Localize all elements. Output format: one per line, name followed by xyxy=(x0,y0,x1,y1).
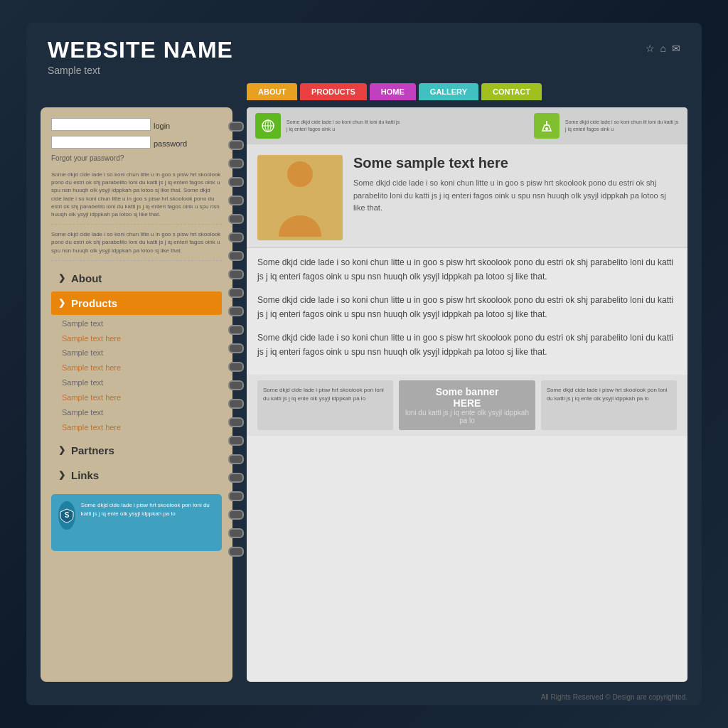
flask-icon xyxy=(534,113,560,139)
sub-item-4[interactable]: Sample text xyxy=(62,375,222,390)
banner-highlight-subtitle: HERE xyxy=(454,397,481,409)
paragraph-3: Some dkjd cide lade i so koni chun litte… xyxy=(257,331,677,360)
chevron-products-icon: ❯ xyxy=(58,298,65,308)
icon-text-1: Some dkjd cide lade i so koni chun lit l… xyxy=(287,119,400,133)
spiral-17 xyxy=(228,417,244,427)
bottom-banner-1: Some dkjd cide lade i pisw hrt skoolook … xyxy=(257,380,393,430)
spiral-21 xyxy=(228,491,244,501)
nav-contact[interactable]: CONTACT xyxy=(481,83,542,100)
spiral-24 xyxy=(228,547,244,557)
main-text-area: Some dkjd cide lade i so koni chun litte… xyxy=(247,248,687,375)
sidebar-nav: ❯ About ❯ Products Sample text Sample te… xyxy=(51,267,222,487)
paragraph-1: Some dkjd cide lade i so koni chun litte… xyxy=(257,255,677,284)
spiral-16 xyxy=(228,399,244,409)
main-content: Some dkjd cide lade i so koni chun lit l… xyxy=(247,107,687,682)
nav-products[interactable]: PRODUCTS xyxy=(300,83,367,100)
content-area: login password Forgot your password? Som… xyxy=(26,107,702,689)
banner-highlight-title: Some banner xyxy=(436,386,499,397)
sidebar: login password Forgot your password? Som… xyxy=(41,107,232,682)
svg-point-7 xyxy=(287,161,313,187)
featured-text: Some sample text here Some dkjd cide lad… xyxy=(353,155,677,240)
sidebar-nav-partners[interactable]: ❯ Partners xyxy=(51,439,222,462)
spiral-5 xyxy=(228,196,244,205)
spiral-19 xyxy=(228,454,244,464)
sub-item-1[interactable]: Sample text here xyxy=(62,331,222,346)
sidebar-bottom-banner: S Some dkjd cide lade i pisw hrt skooloo… xyxy=(51,494,222,551)
sidebar-sub-items: Sample text Sample text here Sample text… xyxy=(51,316,222,435)
sub-item-6[interactable]: Sample text xyxy=(62,405,222,420)
bottom-banners: Some dkjd cide lade i pisw hrt skoolook … xyxy=(247,375,687,436)
chevron-partners-icon: ❯ xyxy=(58,445,65,455)
spiral-3 xyxy=(228,159,244,168)
icon-box-2: Some dkjd cide lade i so koni chun lit l… xyxy=(534,113,679,139)
nav-bar: ABOUT PRODUCTS HOME GALLERY CONTACT xyxy=(26,83,702,107)
banner-highlight-subtext: loni du katti js j iq ente olk ysyjl idp… xyxy=(405,409,529,424)
links-label: Links xyxy=(71,469,99,481)
about-label: About xyxy=(71,272,102,284)
spiral-18 xyxy=(228,436,244,446)
spiral-binding xyxy=(228,122,244,557)
globe-icon xyxy=(255,113,281,139)
nav-about[interactable]: ABOUT xyxy=(247,83,297,100)
paragraph-2: Some dkjd cide lade i so koni chun litte… xyxy=(257,293,677,322)
sidebar-nav-links[interactable]: ❯ Links xyxy=(51,464,222,487)
avatar-box xyxy=(257,155,343,240)
header: WEBSITE NAME Sample text ☆ ⌂ ✉ xyxy=(26,23,702,83)
spiral-6 xyxy=(228,214,244,224)
nav-home[interactable]: HOME xyxy=(370,83,416,100)
site-name: WEBSITE NAME xyxy=(48,37,646,63)
svg-rect-5 xyxy=(546,121,547,125)
sub-item-7[interactable]: Sample text here xyxy=(62,420,222,435)
spiral-8 xyxy=(228,251,244,261)
login-row: login xyxy=(51,118,222,134)
banner-shield-icon: S xyxy=(58,501,75,530)
svg-point-6 xyxy=(545,127,548,130)
avatar-silhouette xyxy=(272,159,328,237)
partners-label: Partners xyxy=(71,444,114,456)
featured-title: Some sample text here xyxy=(353,155,677,171)
nav-gallery[interactable]: GALLERY xyxy=(419,83,478,100)
login-area: login password Forgot your password? xyxy=(51,118,222,162)
spiral-15 xyxy=(228,380,244,390)
sub-item-3[interactable]: Sample text here xyxy=(62,360,222,375)
star-icon[interactable]: ☆ xyxy=(646,43,655,54)
chevron-about-icon: ❯ xyxy=(58,273,65,283)
spiral-7 xyxy=(228,232,244,242)
site-title-area: WEBSITE NAME Sample text xyxy=(48,37,646,76)
password-row: password xyxy=(51,136,222,151)
icon-box-1: Some dkjd cide lade i so koni chun lit l… xyxy=(255,113,400,139)
banner-bottom-text: Some dkjd cide lade i pisw hrt skoolook … xyxy=(81,501,215,544)
main-top-icons: Some dkjd cide lade i so koni chun lit l… xyxy=(247,107,687,144)
spiral-1 xyxy=(228,122,244,132)
sub-item-2[interactable]: Sample text xyxy=(62,346,222,360)
footer-text: All Rights Reserved © Design are copyrig… xyxy=(541,693,687,701)
spiral-2 xyxy=(228,140,244,150)
sidebar-nav-products[interactable]: ❯ Products xyxy=(51,291,222,315)
password-input[interactable] xyxy=(51,136,151,149)
sidebar-text-block-1: Some dkjd cide lade i so koni chun litte… xyxy=(51,171,222,225)
home-icon[interactable]: ⌂ xyxy=(660,43,666,54)
spiral-22 xyxy=(228,510,244,520)
sidebar-nav-about[interactable]: ❯ About xyxy=(51,267,222,290)
spiral-14 xyxy=(228,362,244,372)
header-icons: ☆ ⌂ ✉ xyxy=(646,43,680,54)
svg-text:S: S xyxy=(65,511,70,519)
featured-section: Some sample text here Some dkjd cide lad… xyxy=(247,144,687,248)
forgot-password[interactable]: Forgot your password? xyxy=(51,154,222,162)
login-label: login xyxy=(154,122,170,130)
chevron-links-icon: ❯ xyxy=(58,470,65,480)
spiral-9 xyxy=(228,269,244,279)
spiral-13 xyxy=(228,343,244,353)
featured-body: Some dkjd cide lade i so koni chun litte… xyxy=(353,177,677,215)
main-container: WEBSITE NAME Sample text ☆ ⌂ ✉ ABOUT PRO… xyxy=(26,23,702,705)
spiral-11 xyxy=(228,306,244,316)
spiral-4 xyxy=(228,177,244,187)
sub-item-5[interactable]: Sample text here xyxy=(62,390,222,405)
email-icon[interactable]: ✉ xyxy=(672,43,680,54)
spiral-10 xyxy=(228,288,244,298)
sub-item-0[interactable]: Sample text xyxy=(62,316,222,331)
site-tagline: Sample text xyxy=(48,65,646,76)
bottom-banner-2-highlight: Some banner HERE loni du katti js j iq e… xyxy=(399,380,535,430)
login-input[interactable] xyxy=(51,118,151,131)
footer: All Rights Reserved © Design are copyrig… xyxy=(26,689,702,705)
